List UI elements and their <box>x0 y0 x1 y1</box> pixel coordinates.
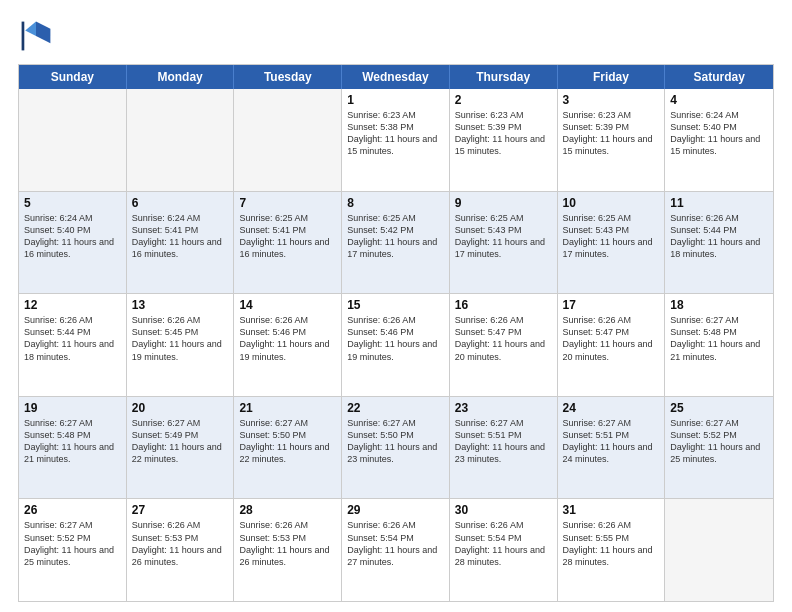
svg-rect-3 <box>22 22 25 51</box>
day-cell-18: 18Sunrise: 6:27 AM Sunset: 5:48 PM Dayli… <box>665 294 773 396</box>
day-info: Sunrise: 6:26 AM Sunset: 5:47 PM Dayligh… <box>563 314 660 363</box>
day-cell-15: 15Sunrise: 6:26 AM Sunset: 5:46 PM Dayli… <box>342 294 450 396</box>
day-cell-26: 26Sunrise: 6:27 AM Sunset: 5:52 PM Dayli… <box>19 499 127 601</box>
day-info: Sunrise: 6:25 AM Sunset: 5:41 PM Dayligh… <box>239 212 336 261</box>
calendar: SundayMondayTuesdayWednesdayThursdayFrid… <box>18 64 774 602</box>
day-info: Sunrise: 6:26 AM Sunset: 5:44 PM Dayligh… <box>670 212 768 261</box>
day-cell-10: 10Sunrise: 6:25 AM Sunset: 5:43 PM Dayli… <box>558 192 666 294</box>
day-cell-1: 1Sunrise: 6:23 AM Sunset: 5:38 PM Daylig… <box>342 89 450 191</box>
day-cell-14: 14Sunrise: 6:26 AM Sunset: 5:46 PM Dayli… <box>234 294 342 396</box>
day-info: Sunrise: 6:24 AM Sunset: 5:40 PM Dayligh… <box>24 212 121 261</box>
day-number: 12 <box>24 298 121 312</box>
day-number: 29 <box>347 503 444 517</box>
day-info: Sunrise: 6:27 AM Sunset: 5:51 PM Dayligh… <box>563 417 660 466</box>
day-info: Sunrise: 6:27 AM Sunset: 5:49 PM Dayligh… <box>132 417 229 466</box>
weekday-header-tuesday: Tuesday <box>234 65 342 89</box>
day-info: Sunrise: 6:23 AM Sunset: 5:39 PM Dayligh… <box>563 109 660 158</box>
day-number: 30 <box>455 503 552 517</box>
day-info: Sunrise: 6:27 AM Sunset: 5:52 PM Dayligh… <box>24 519 121 568</box>
day-info: Sunrise: 6:26 AM Sunset: 5:46 PM Dayligh… <box>239 314 336 363</box>
weekday-header-friday: Friday <box>558 65 666 89</box>
weekday-header-monday: Monday <box>127 65 235 89</box>
day-cell-17: 17Sunrise: 6:26 AM Sunset: 5:47 PM Dayli… <box>558 294 666 396</box>
day-info: Sunrise: 6:25 AM Sunset: 5:43 PM Dayligh… <box>563 212 660 261</box>
day-cell-13: 13Sunrise: 6:26 AM Sunset: 5:45 PM Dayli… <box>127 294 235 396</box>
day-number: 8 <box>347 196 444 210</box>
day-info: Sunrise: 6:26 AM Sunset: 5:55 PM Dayligh… <box>563 519 660 568</box>
day-info: Sunrise: 6:26 AM Sunset: 5:47 PM Dayligh… <box>455 314 552 363</box>
calendar-header: SundayMondayTuesdayWednesdayThursdayFrid… <box>19 65 773 89</box>
day-cell-3: 3Sunrise: 6:23 AM Sunset: 5:39 PM Daylig… <box>558 89 666 191</box>
day-info: Sunrise: 6:26 AM Sunset: 5:53 PM Dayligh… <box>239 519 336 568</box>
day-number: 31 <box>563 503 660 517</box>
day-cell-20: 20Sunrise: 6:27 AM Sunset: 5:49 PM Dayli… <box>127 397 235 499</box>
day-number: 23 <box>455 401 552 415</box>
weekday-header-wednesday: Wednesday <box>342 65 450 89</box>
weekday-header-thursday: Thursday <box>450 65 558 89</box>
day-number: 5 <box>24 196 121 210</box>
day-number: 11 <box>670 196 768 210</box>
day-info: Sunrise: 6:23 AM Sunset: 5:39 PM Dayligh… <box>455 109 552 158</box>
day-cell-25: 25Sunrise: 6:27 AM Sunset: 5:52 PM Dayli… <box>665 397 773 499</box>
empty-cell <box>665 499 773 601</box>
day-cell-11: 11Sunrise: 6:26 AM Sunset: 5:44 PM Dayli… <box>665 192 773 294</box>
day-number: 3 <box>563 93 660 107</box>
day-number: 9 <box>455 196 552 210</box>
day-cell-22: 22Sunrise: 6:27 AM Sunset: 5:50 PM Dayli… <box>342 397 450 499</box>
day-info: Sunrise: 6:26 AM Sunset: 5:45 PM Dayligh… <box>132 314 229 363</box>
calendar-row-1: 5Sunrise: 6:24 AM Sunset: 5:40 PM Daylig… <box>19 191 773 294</box>
day-number: 18 <box>670 298 768 312</box>
day-info: Sunrise: 6:27 AM Sunset: 5:48 PM Dayligh… <box>670 314 768 363</box>
weekday-header-saturday: Saturday <box>665 65 773 89</box>
calendar-body: 1Sunrise: 6:23 AM Sunset: 5:38 PM Daylig… <box>19 89 773 601</box>
empty-cell <box>127 89 235 191</box>
calendar-row-4: 26Sunrise: 6:27 AM Sunset: 5:52 PM Dayli… <box>19 498 773 601</box>
empty-cell <box>234 89 342 191</box>
day-cell-5: 5Sunrise: 6:24 AM Sunset: 5:40 PM Daylig… <box>19 192 127 294</box>
day-number: 20 <box>132 401 229 415</box>
day-cell-31: 31Sunrise: 6:26 AM Sunset: 5:55 PM Dayli… <box>558 499 666 601</box>
day-info: Sunrise: 6:27 AM Sunset: 5:48 PM Dayligh… <box>24 417 121 466</box>
day-number: 10 <box>563 196 660 210</box>
day-cell-23: 23Sunrise: 6:27 AM Sunset: 5:51 PM Dayli… <box>450 397 558 499</box>
day-info: Sunrise: 6:24 AM Sunset: 5:40 PM Dayligh… <box>670 109 768 158</box>
weekday-header-sunday: Sunday <box>19 65 127 89</box>
day-number: 15 <box>347 298 444 312</box>
empty-cell <box>19 89 127 191</box>
day-info: Sunrise: 6:25 AM Sunset: 5:43 PM Dayligh… <box>455 212 552 261</box>
day-cell-6: 6Sunrise: 6:24 AM Sunset: 5:41 PM Daylig… <box>127 192 235 294</box>
day-cell-8: 8Sunrise: 6:25 AM Sunset: 5:42 PM Daylig… <box>342 192 450 294</box>
day-info: Sunrise: 6:26 AM Sunset: 5:44 PM Dayligh… <box>24 314 121 363</box>
day-number: 4 <box>670 93 768 107</box>
calendar-row-2: 12Sunrise: 6:26 AM Sunset: 5:44 PM Dayli… <box>19 293 773 396</box>
day-cell-29: 29Sunrise: 6:26 AM Sunset: 5:54 PM Dayli… <box>342 499 450 601</box>
day-number: 2 <box>455 93 552 107</box>
day-number: 1 <box>347 93 444 107</box>
day-number: 7 <box>239 196 336 210</box>
logo-icon <box>18 18 54 54</box>
day-number: 17 <box>563 298 660 312</box>
day-info: Sunrise: 6:26 AM Sunset: 5:54 PM Dayligh… <box>455 519 552 568</box>
calendar-row-0: 1Sunrise: 6:23 AM Sunset: 5:38 PM Daylig… <box>19 89 773 191</box>
calendar-row-3: 19Sunrise: 6:27 AM Sunset: 5:48 PM Dayli… <box>19 396 773 499</box>
day-number: 25 <box>670 401 768 415</box>
day-cell-9: 9Sunrise: 6:25 AM Sunset: 5:43 PM Daylig… <box>450 192 558 294</box>
day-cell-4: 4Sunrise: 6:24 AM Sunset: 5:40 PM Daylig… <box>665 89 773 191</box>
day-cell-30: 30Sunrise: 6:26 AM Sunset: 5:54 PM Dayli… <box>450 499 558 601</box>
day-number: 14 <box>239 298 336 312</box>
day-cell-28: 28Sunrise: 6:26 AM Sunset: 5:53 PM Dayli… <box>234 499 342 601</box>
day-cell-2: 2Sunrise: 6:23 AM Sunset: 5:39 PM Daylig… <box>450 89 558 191</box>
day-info: Sunrise: 6:26 AM Sunset: 5:54 PM Dayligh… <box>347 519 444 568</box>
day-cell-16: 16Sunrise: 6:26 AM Sunset: 5:47 PM Dayli… <box>450 294 558 396</box>
day-number: 28 <box>239 503 336 517</box>
day-number: 24 <box>563 401 660 415</box>
day-cell-27: 27Sunrise: 6:26 AM Sunset: 5:53 PM Dayli… <box>127 499 235 601</box>
day-info: Sunrise: 6:24 AM Sunset: 5:41 PM Dayligh… <box>132 212 229 261</box>
day-number: 19 <box>24 401 121 415</box>
day-info: Sunrise: 6:27 AM Sunset: 5:51 PM Dayligh… <box>455 417 552 466</box>
day-number: 22 <box>347 401 444 415</box>
day-info: Sunrise: 6:27 AM Sunset: 5:50 PM Dayligh… <box>347 417 444 466</box>
day-cell-19: 19Sunrise: 6:27 AM Sunset: 5:48 PM Dayli… <box>19 397 127 499</box>
day-number: 6 <box>132 196 229 210</box>
day-info: Sunrise: 6:23 AM Sunset: 5:38 PM Dayligh… <box>347 109 444 158</box>
